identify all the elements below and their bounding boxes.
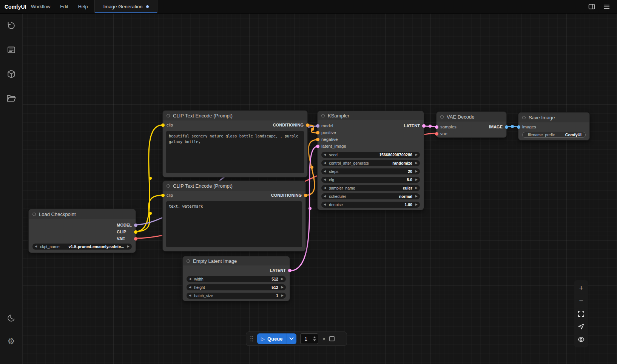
menu-edit[interactable]: Edit [60,4,68,9]
latent-slot-dot[interactable] [288,269,292,272]
latent-slot-dot[interactable] [316,145,319,148]
widget-seed[interactable]: ◀ seed 156680208700286 ▶ [321,152,420,158]
next-arrow-icon[interactable]: ▶ [281,294,284,297]
output-slot-vae[interactable]: VAE [117,235,132,242]
next-arrow-icon[interactable]: ▶ [415,170,418,173]
toggle-link-visibility-eye-button[interactable] [575,333,588,346]
prev-arrow-icon[interactable]: ◀ [324,195,326,198]
count-down-icon[interactable] [313,339,316,341]
collapse-dot-icon[interactable] [522,116,526,119]
workflow-history-icon[interactable] [6,20,17,31]
node-clip-text-encode-negative[interactable]: CLIP Text Encode (Prompt) clip CONDITION… [162,180,306,251]
count-up-icon[interactable] [313,336,316,338]
conditioning-slot-dot[interactable] [316,138,319,141]
output-slot-clip[interactable]: CLIP [117,228,132,235]
drag-handle-icon[interactable] [250,335,253,342]
widget-ckpt-name[interactable]: ◀ ckpt_name v1-5-pruned-emaonly.safete..… [32,244,132,250]
collapse-dot-icon[interactable] [440,115,444,119]
node-ksampler[interactable]: KSampler model positive negative [317,111,424,210]
widget-control-after-generate[interactable]: ◀ control_after_generate randomize ▶ [321,160,420,166]
queue-button[interactable]: ▷ Queue [257,333,296,344]
widget-width[interactable]: ◀ width 512 ▶ [187,276,286,282]
link-dot[interactable] [308,207,312,210]
widget-filename-prefix[interactable]: filename_prefix ComfyUI [522,132,586,138]
next-arrow-icon[interactable]: ▶ [415,203,418,206]
link-dot[interactable] [511,125,514,128]
next-arrow-icon[interactable]: ▶ [415,162,418,165]
conditioning-slot-dot[interactable] [304,194,307,197]
batch-count-input[interactable]: 1 [300,333,318,344]
collapse-dot-icon[interactable] [187,259,190,263]
prev-arrow-icon[interactable]: ◀ [324,170,326,173]
node-vae-decode[interactable]: VAE Decode samples vae IMAGE [436,111,507,138]
prev-arrow-icon[interactable]: ◀ [189,294,191,297]
model-library-cube-icon[interactable] [6,69,17,79]
fit-view-button[interactable] [575,307,588,320]
hamburger-menu-icon[interactable] [603,3,611,11]
widget-height[interactable]: ◀ height 512 ▶ [187,284,286,290]
link-dot[interactable] [149,212,152,215]
next-arrow-icon[interactable]: ▶ [415,153,418,156]
node-header[interactable]: Empty Latent Image [183,256,290,265]
prev-arrow-icon[interactable]: ◀ [189,286,191,289]
workflows-folder-icon[interactable] [6,93,17,103]
input-slot-images[interactable]: images [522,123,536,130]
prev-arrow-icon[interactable]: ◀ [324,153,326,156]
next-arrow-icon[interactable]: ▶ [127,245,130,248]
node-header[interactable]: CLIP Text Encode (Prompt) [163,181,305,191]
node-header[interactable]: VAE Decode [437,112,506,122]
menu-workflow[interactable]: Workflow [31,4,50,9]
node-header[interactable]: Load Checkpoint [29,209,136,219]
widget-steps[interactable]: ◀ steps 20 ▶ [321,168,420,174]
input-slot-vae[interactable]: vae [440,130,457,137]
output-slot-latent[interactable]: LATENT [270,267,286,274]
queue-log-icon[interactable] [6,45,17,55]
image-slot-dot[interactable] [517,125,520,129]
input-slot-model[interactable]: model [321,122,346,129]
clip-slot-dot[interactable] [161,123,165,127]
input-slot-samples[interactable]: samples [440,123,457,130]
settings-gear-icon[interactable]: ⚙ [6,336,17,347]
next-arrow-icon[interactable]: ▶ [281,278,284,281]
node-load-checkpoint[interactable]: Load Checkpoint MODEL CLIP VAE [28,209,136,253]
link-dot[interactable] [310,166,313,169]
node-header[interactable]: KSampler [318,111,424,120]
link-dot[interactable] [149,177,152,180]
widget-denoise[interactable]: ◀ denoise 1.00 ▶ [321,202,420,208]
prev-arrow-icon[interactable]: ◀ [324,162,326,165]
next-arrow-icon[interactable]: ▶ [415,187,418,190]
output-slot-conditioning[interactable]: CONDITIONING [273,121,304,129]
latent-slot-dot[interactable] [435,125,438,129]
output-slot-model[interactable]: MODEL [117,222,132,228]
output-slot-conditioning[interactable]: CONDITIONING [271,191,302,199]
zoom-out-button[interactable]: − [575,295,588,307]
next-arrow-icon[interactable]: ▶ [415,195,418,198]
prev-arrow-icon[interactable]: ◀ [324,203,326,206]
model-slot-dot[interactable] [316,124,319,128]
collapse-dot-icon[interactable] [321,114,325,117]
image-slot-dot[interactable] [505,125,508,129]
prev-arrow-icon[interactable]: ◀ [324,178,326,181]
collapse-dot-icon[interactable] [167,114,170,117]
widget-scheduler[interactable]: ◀ scheduler normal ▶ [321,193,420,199]
prev-arrow-icon[interactable]: ◀ [189,278,191,281]
conditioning-slot-dot[interactable] [316,131,319,134]
queue-dropdown-chevron-icon[interactable] [287,333,296,344]
prev-arrow-icon[interactable]: ◀ [35,245,37,248]
input-slot-latent-image[interactable]: latent_image [321,143,346,150]
latent-slot-dot[interactable] [422,124,426,128]
next-arrow-icon[interactable]: ▶ [415,178,418,181]
clear-queue-icon[interactable]: × [322,336,325,342]
node-clip-text-encode-positive[interactable]: CLIP Text Encode (Prompt) clip CONDITION… [162,110,308,177]
node-header[interactable]: Save Image [518,113,589,122]
select-mode-cursor-button[interactable] [575,320,588,333]
model-slot-dot[interactable] [134,224,137,227]
input-slot-negative[interactable]: negative [321,136,346,143]
menu-help[interactable]: Help [78,4,88,9]
input-slot-clip[interactable]: clip [167,191,173,199]
stop-icon[interactable] [329,336,335,341]
widget-sampler-name[interactable]: ◀ sampler_name euler ▶ [321,185,420,191]
prompt-textarea[interactable]: text, watermark [166,201,302,247]
widget-cfg[interactable]: ◀ cfg 8.0 ▶ [321,177,420,183]
conditioning-slot-dot[interactable] [306,123,309,127]
